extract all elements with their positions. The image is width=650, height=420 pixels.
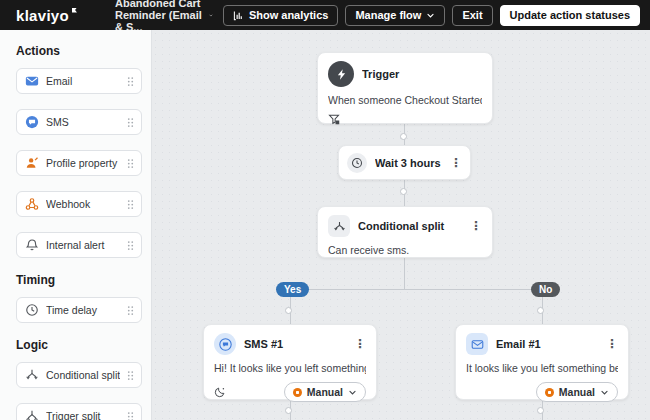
- wait-title: Wait 3 hours: [375, 157, 442, 169]
- update-action-statuses-label: Update action statuses: [510, 9, 630, 21]
- manage-flow-button[interactable]: Manage flow: [345, 5, 445, 26]
- connector-dot[interactable]: [537, 407, 544, 414]
- sms-icon: [25, 115, 39, 129]
- klaviyo-logo[interactable]: klaviyo: [16, 7, 77, 24]
- trigger-node[interactable]: Trigger When someone Checkout Started: [317, 52, 493, 124]
- connector-dot[interactable]: [400, 188, 407, 195]
- sidebar-item-label: Webhook: [46, 198, 120, 210]
- trigger-split-icon: [25, 409, 39, 420]
- connector-dot[interactable]: [537, 307, 544, 314]
- branch-line: [290, 289, 542, 290]
- klaviyo-flag-icon: [72, 8, 77, 13]
- sidebar-item-label: Time delay: [46, 304, 120, 316]
- trigger-description: When someone Checkout Started: [328, 94, 482, 106]
- flow-canvas[interactable]: Trigger When someone Checkout Started Wa…: [152, 30, 650, 420]
- section-title-actions: Actions: [16, 44, 135, 58]
- sms-title: SMS #1: [244, 338, 346, 350]
- branch-yes-badge: Yes: [276, 282, 309, 297]
- drag-handle-icon[interactable]: [127, 305, 134, 316]
- sidebar-item-label: Internal alert: [46, 239, 120, 251]
- chevron-down-icon: [426, 11, 435, 20]
- bar-chart-icon: [233, 10, 244, 21]
- kebab-menu-icon[interactable]: ⋮: [470, 221, 482, 231]
- chevron-down-icon: [348, 388, 357, 397]
- sms-status-label: Manual: [307, 386, 343, 398]
- sidebar-item-internal-alert[interactable]: Internal alert: [16, 232, 142, 258]
- sidebar-item-profile-property-update[interactable]: Profile property update: [16, 150, 142, 176]
- manage-flow-label: Manage flow: [355, 9, 421, 21]
- update-action-statuses-button[interactable]: Update action statuses: [500, 5, 640, 26]
- sms-preview-text: Hi! It looks like you left something in …: [214, 362, 366, 374]
- sidebar-item-time-delay[interactable]: Time delay: [16, 297, 142, 323]
- flow-title-label: Abandoned Cart Reminder (Email & S...: [115, 0, 203, 33]
- email-icon: [25, 74, 39, 88]
- sidebar-item-label: Email: [46, 75, 120, 87]
- webhook-icon: [25, 197, 39, 211]
- exit-label: Exit: [462, 9, 482, 21]
- klaviyo-wordmark: klaviyo: [16, 7, 69, 24]
- drag-handle-icon[interactable]: [127, 76, 134, 87]
- sidebar-item-webhook[interactable]: Webhook: [16, 191, 142, 217]
- sidebar-item-conditional-split[interactable]: Conditional split: [16, 362, 142, 388]
- kebab-menu-icon[interactable]: ⋮: [354, 339, 366, 349]
- clock-icon: [25, 303, 39, 317]
- status-dot-icon: [293, 388, 302, 397]
- moon-icon: [214, 386, 226, 398]
- connector-dot[interactable]: [285, 307, 292, 314]
- connector-line: [404, 258, 405, 289]
- sms-node[interactable]: SMS #1 ⋮ Hi! It looks like you left some…: [203, 324, 377, 400]
- connector-dot[interactable]: [285, 407, 292, 414]
- profile-update-icon: [25, 156, 39, 170]
- kebab-menu-icon[interactable]: ⋮: [450, 158, 462, 168]
- email-preview-text: It looks like you left something behind.…: [466, 362, 618, 374]
- email-status-label: Manual: [559, 386, 595, 398]
- drag-handle-icon[interactable]: [127, 117, 134, 128]
- drag-handle-icon[interactable]: [127, 370, 134, 381]
- kebab-menu-icon[interactable]: ⋮: [606, 339, 618, 349]
- drag-handle-icon[interactable]: [127, 411, 134, 420]
- exit-button[interactable]: Exit: [452, 5, 492, 26]
- show-analytics-label: Show analytics: [249, 9, 328, 21]
- chevron-down-icon: [209, 11, 213, 20]
- sms-icon: [214, 333, 236, 355]
- section-title-timing: Timing: [16, 273, 135, 287]
- trigger-title: Trigger: [362, 68, 482, 80]
- email-title: Email #1: [496, 338, 598, 350]
- sidebar-item-label: Conditional split: [46, 369, 120, 381]
- conditional-split-icon: [328, 215, 350, 237]
- drag-handle-icon[interactable]: [127, 240, 134, 251]
- conditional-split-icon: [25, 368, 39, 382]
- email-icon: [466, 333, 488, 355]
- email-status-dropdown[interactable]: Manual: [536, 382, 618, 402]
- filter-icon: [328, 113, 340, 125]
- topbar: klaviyo Abandoned Cart Reminder (Email &…: [0, 0, 650, 30]
- show-analytics-button[interactable]: Show analytics: [223, 5, 338, 26]
- connector-dot[interactable]: [400, 133, 407, 140]
- topbar-actions: Show analytics Manage flow Exit Update a…: [223, 5, 640, 26]
- sidebar-item-email[interactable]: Email: [16, 68, 142, 94]
- bell-icon: [25, 238, 39, 252]
- sidebar-item-label: Trigger split: [46, 410, 120, 420]
- sms-status-dropdown[interactable]: Manual: [284, 382, 366, 402]
- actions-sidebar: Actions Email SMS Profile property updat…: [0, 30, 152, 420]
- sidebar-item-trigger-split[interactable]: Trigger split: [16, 403, 142, 420]
- flow-title-dropdown[interactable]: Abandoned Cart Reminder (Email & S...: [115, 0, 213, 33]
- conditional-split-title: Conditional split: [358, 220, 462, 232]
- conditional-split-description: Can receive sms.: [328, 244, 482, 256]
- section-title-logic: Logic: [16, 338, 135, 352]
- drag-handle-icon[interactable]: [127, 158, 134, 169]
- conditional-split-node[interactable]: Conditional split ⋮ Can receive sms.: [317, 206, 493, 258]
- sidebar-item-sms[interactable]: SMS: [16, 109, 142, 135]
- status-dot-icon: [545, 388, 554, 397]
- lightning-icon: [328, 61, 354, 87]
- clock-icon: [347, 153, 367, 173]
- drag-handle-icon[interactable]: [127, 199, 134, 210]
- sidebar-item-label: Profile property update: [46, 157, 120, 169]
- wait-node[interactable]: Wait 3 hours ⋮: [338, 145, 471, 180]
- branch-no-badge: No: [531, 282, 560, 297]
- sidebar-item-label: SMS: [46, 116, 120, 128]
- chevron-down-icon: [600, 388, 609, 397]
- email-node[interactable]: Email #1 ⋮ It looks like you left someth…: [455, 324, 629, 400]
